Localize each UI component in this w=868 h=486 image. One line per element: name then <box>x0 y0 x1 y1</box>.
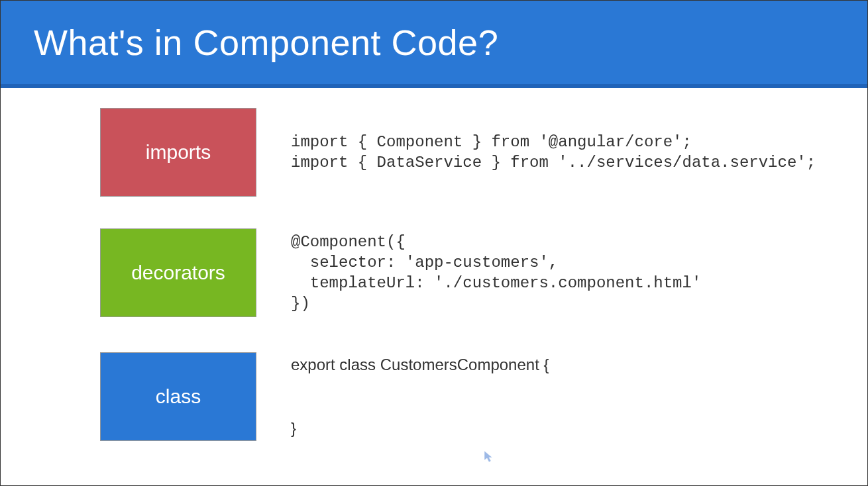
label-decorators: decorators <box>100 228 256 317</box>
section-decorators: decorators @Component({ selector: 'app-c… <box>100 228 834 317</box>
label-imports-text: imports <box>146 141 211 164</box>
slide-title: What's in Component Code? <box>34 22 834 63</box>
label-imports: imports <box>100 108 256 197</box>
section-class: class export class CustomersComponent { … <box>100 349 834 444</box>
label-decorators-text: decorators <box>131 262 225 284</box>
slide-header: What's in Component Code? <box>1 1 867 88</box>
label-class-text: class <box>156 385 201 408</box>
label-class: class <box>100 352 256 441</box>
code-imports: import { Component } from '@angular/core… <box>291 132 816 173</box>
code-decorators: @Component({ selector: 'app-customers', … <box>291 232 701 315</box>
code-class: export class CustomersComponent { } <box>291 349 549 444</box>
section-imports: imports import { Component } from '@angu… <box>100 108 834 197</box>
slide-content: imports import { Component } from '@angu… <box>1 88 867 464</box>
